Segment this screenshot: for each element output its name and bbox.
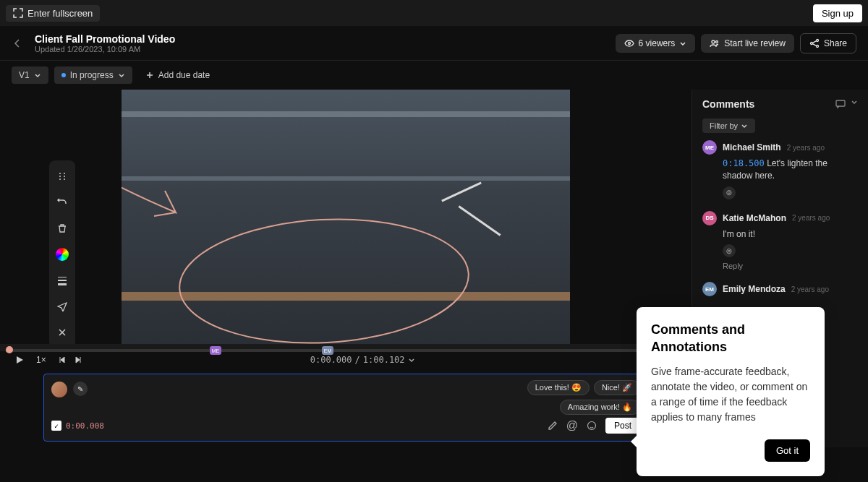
avatar: ME bbox=[702, 140, 717, 155]
comment-author: Emily Mendoza bbox=[723, 284, 786, 294]
checkbox-icon: ✓ bbox=[51, 421, 61, 431]
start-live-review-button[interactable]: Start live review bbox=[701, 34, 794, 53]
chevron-down-icon[interactable] bbox=[408, 356, 415, 363]
svg-rect-14 bbox=[58, 280, 67, 281]
svg-rect-15 bbox=[58, 283, 67, 285]
playback-speed[interactable]: 1× bbox=[36, 355, 46, 365]
chevron-down-icon bbox=[679, 40, 686, 47]
svg-point-4 bbox=[810, 42, 812, 44]
chevron-down-icon bbox=[34, 72, 41, 79]
timeline-marker[interactable]: EM bbox=[322, 346, 333, 355]
comment-age: 2 years ago bbox=[791, 285, 829, 293]
svg-point-12 bbox=[64, 178, 65, 180]
prev-frame-button[interactable] bbox=[58, 356, 67, 364]
drag-handle-icon[interactable] bbox=[52, 166, 72, 186]
comment-age: 2 years ago bbox=[787, 144, 825, 152]
annotation-badge-icon[interactable]: ◎ bbox=[723, 186, 736, 199]
people-icon bbox=[710, 38, 720, 48]
stroke-width-button[interactable] bbox=[52, 270, 72, 291]
status-dot-icon bbox=[61, 73, 66, 77]
time-display: 0:00.000 / 1:00.102 bbox=[310, 355, 415, 365]
undo-button[interactable] bbox=[52, 192, 72, 212]
fullscreen-label: Enter fullscreen bbox=[27, 8, 93, 19]
comment-item[interactable]: ME Michael Smith 2 years ago 0:18.500 Le… bbox=[702, 140, 858, 199]
annotation-toolbar bbox=[49, 160, 75, 348]
share-label: Share bbox=[824, 38, 847, 48]
timestamp-link[interactable]: 0:18.500 bbox=[723, 158, 765, 168]
svg-point-1 bbox=[712, 40, 715, 43]
comment-author: Michael Smith bbox=[723, 142, 781, 152]
annotation-badge-icon[interactable]: ◎ bbox=[723, 244, 736, 257]
comment-text: I'm on it! bbox=[723, 229, 755, 239]
viewers-label: 6 viewers bbox=[639, 38, 676, 48]
fullscreen-icon bbox=[13, 8, 23, 18]
comment-age: 2 years ago bbox=[792, 214, 830, 222]
eye-icon bbox=[624, 38, 634, 48]
avatar: DS bbox=[702, 211, 717, 225]
comment-author: Katie McMahon bbox=[723, 213, 786, 223]
chevron-down-icon bbox=[741, 122, 748, 129]
video-content bbox=[122, 90, 570, 344]
comment-suggestions: Love this! 😍 Nice! 🚀 Amazing work! 🔥 bbox=[527, 380, 640, 415]
svg-point-16 bbox=[587, 422, 595, 430]
user-avatar bbox=[51, 382, 67, 397]
chevron-down-icon[interactable] bbox=[851, 98, 858, 110]
status-label: In progress bbox=[70, 70, 114, 80]
chevron-down-icon bbox=[118, 72, 125, 79]
close-button[interactable] bbox=[52, 322, 72, 343]
tooltip-title: Comments and Annotations bbox=[651, 322, 810, 356]
enter-fullscreen-button[interactable]: Enter fullscreen bbox=[6, 5, 100, 22]
status-dropdown[interactable]: In progress bbox=[54, 66, 132, 84]
timeline[interactable]: ME EM bbox=[0, 344, 692, 351]
avatar: EM bbox=[702, 282, 717, 296]
next-frame-button[interactable] bbox=[74, 356, 82, 364]
back-arrow-icon[interactable] bbox=[12, 38, 23, 49]
svg-point-9 bbox=[59, 176, 61, 177]
play-button[interactable] bbox=[14, 355, 25, 365]
color-picker-button[interactable] bbox=[52, 244, 72, 264]
comment-item[interactable]: EM Emily Mendoza 2 years ago bbox=[702, 282, 858, 296]
version-dropdown[interactable]: V1 bbox=[12, 66, 48, 84]
viewers-button[interactable]: 6 viewers bbox=[616, 34, 696, 53]
project-title: Client Fall Promotional Video bbox=[35, 33, 175, 45]
tooltip-body: Give frame-accurate feedback, annotate t… bbox=[651, 364, 810, 425]
svg-point-0 bbox=[628, 42, 630, 44]
svg-rect-13 bbox=[58, 277, 67, 277]
svg-point-2 bbox=[716, 40, 718, 43]
svg-point-7 bbox=[59, 173, 61, 174]
timestamp-checkbox[interactable]: ✓ 0:00.008 bbox=[51, 421, 104, 431]
playhead[interactable] bbox=[6, 346, 13, 353]
svg-point-8 bbox=[64, 173, 65, 174]
comment-input[interactable]: ✎ Love this! 😍 Nice! 🚀 Amazing work! 🔥 ✓… bbox=[43, 374, 648, 442]
suggestion-chip[interactable]: Nice! 🚀 bbox=[594, 380, 640, 395]
tooltip-dismiss-button[interactable]: Got it bbox=[765, 439, 810, 462]
post-button[interactable]: Post bbox=[605, 418, 640, 434]
due-date-label: Add due date bbox=[158, 70, 210, 80]
send-button[interactable] bbox=[52, 296, 72, 317]
comment-mode-icon[interactable] bbox=[835, 98, 846, 110]
svg-point-3 bbox=[816, 39, 818, 41]
svg-point-11 bbox=[59, 178, 61, 180]
emoji-icon[interactable] bbox=[587, 421, 597, 431]
signup-button[interactable]: Sign up bbox=[813, 4, 862, 22]
add-due-date-button[interactable]: Add due date bbox=[138, 66, 217, 84]
project-updated: Updated 1/26/2023, 10:09 AM bbox=[35, 45, 175, 53]
annotation-indicator-icon[interactable]: ✎ bbox=[73, 382, 88, 396]
video-frame[interactable] bbox=[0, 90, 692, 344]
suggestion-chip[interactable]: Love this! 😍 bbox=[527, 380, 590, 395]
plus-icon bbox=[145, 71, 154, 79]
timeline-marker[interactable]: ME bbox=[210, 346, 221, 355]
share-icon bbox=[809, 38, 820, 48]
svg-rect-17 bbox=[836, 100, 845, 106]
onboarding-tooltip: Comments and Annotations Give frame-accu… bbox=[637, 307, 825, 476]
suggestion-chip[interactable]: Amazing work! 🔥 bbox=[560, 400, 640, 415]
delete-button[interactable] bbox=[52, 218, 72, 238]
reply-link[interactable]: Reply bbox=[723, 262, 858, 270]
svg-point-10 bbox=[64, 176, 65, 177]
sidebar-title: Comments bbox=[702, 98, 754, 110]
share-button[interactable]: Share bbox=[800, 33, 856, 53]
draw-icon[interactable] bbox=[548, 421, 558, 431]
mention-icon[interactable]: @ bbox=[566, 419, 578, 432]
comment-item[interactable]: DS Katie McMahon 2 years ago I'm on it! … bbox=[702, 211, 858, 271]
filter-dropdown[interactable]: Filter by bbox=[702, 119, 755, 133]
